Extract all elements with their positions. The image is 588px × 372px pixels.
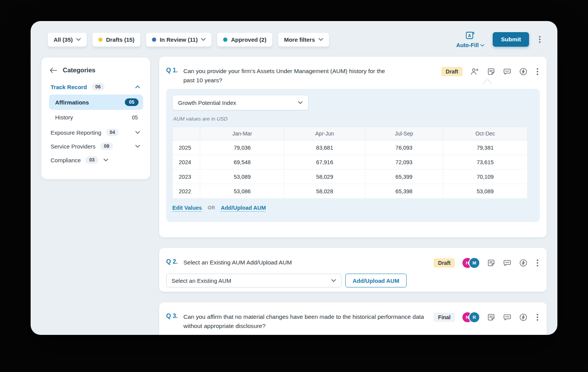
sidebar-item-history[interactable]: History 05 [49,110,143,125]
track-record-subitems: Affirmations 05 History 05 [49,95,143,125]
year-cell: 2023 [173,170,200,184]
chevron-down-icon [201,38,206,41]
back-arrow-icon[interactable] [50,68,57,73]
existing-aum-select[interactable]: Select an Existing AUM [166,274,341,287]
q2-avatars: H M [462,258,479,268]
note-icon[interactable] [487,313,495,321]
in-review-status-dot [152,38,156,42]
comment-icon[interactable] [503,67,511,76]
filter-drafts-label: Drafts (15) [106,36,134,43]
filter-in-review-button[interactable]: In Review (11) [146,33,212,47]
chevron-down-icon [135,145,140,148]
add-upload-aum-button[interactable]: Add/Upload AUM [345,274,407,287]
auto-fill-button[interactable]: A Auto-Fill [456,31,485,48]
history-label: History [55,114,73,121]
value-cell: 72,093 [365,155,443,170]
q3-kebab-menu[interactable] [535,312,540,322]
toolbar-kebab-menu[interactable] [537,34,542,44]
question-card-q3: Q 3. Can you affirm that no material cha… [159,302,547,335]
comment-icon[interactable] [503,313,511,321]
sidebar-item-compliance[interactable]: Compliance 03 [48,153,143,167]
q3-header: Q 3. Can you affirm that no material cha… [159,302,547,331]
value-cell: 69,548 [200,155,284,170]
value-cell: 83,681 [284,140,365,155]
value-cell: 58,029 [284,170,365,184]
sidebar-item-track-record[interactable]: Track Record 06 [48,80,143,94]
q2-kebab-menu[interactable] [535,258,540,268]
q2-actions: Draft H M [434,258,540,268]
note-icon[interactable] [487,259,495,267]
service-providers-label: Service Providers [51,143,96,150]
q2-controls: Select an Existing AUM Add/Upload AUM [159,268,547,287]
screenshot-stage: All (35) Drafts (15) In Review (11) [0,0,588,372]
table-row: 2022 53,086 58,028 65,398 53,089 [173,184,528,199]
sidebar-header: Categories [50,67,142,74]
aum-index-dropdown-value: Growth Potential Index [178,100,236,106]
comment-icon[interactable] [503,259,511,267]
more-filters-button[interactable]: More filters [278,33,329,47]
value-cell: 53,089 [443,184,527,199]
year-cell: 2024 [173,155,200,170]
value-cell: 65,398 [365,184,443,199]
chevron-down-icon [76,38,81,41]
q1-kebab-menu[interactable] [535,67,540,77]
lightning-icon[interactable] [519,313,528,321]
column-header: Jan-Mar [200,127,284,140]
more-filters-label: More filters [284,36,315,43]
aum-table: Jan-Mar Apr-Jun Jul-Sep Oct-Dec 2025 79,… [172,127,528,199]
table-row: 2024 69,548 67,916 72,093 73,615 [173,155,528,170]
q1-answer-panel: Growth Potential Index AUM values are in… [166,89,540,222]
approved-status-dot [223,38,227,42]
question-card-q2: Q 2. Select an Existing AUM Add/Upload A… [159,248,547,292]
auto-fill-icon: A [466,31,475,41]
tooltip-pointer [483,80,492,85]
chevron-down-icon [298,101,303,104]
question-card-q1: Q 1. Can you provide your firm's Assets … [159,57,547,237]
track-record-count-badge: 06 [91,83,105,91]
value-cell: 53,086 [200,184,284,199]
exposure-reporting-count-badge: 04 [106,129,119,136]
exposure-reporting-label: Exposure Reporting [51,129,101,136]
q3-question-text: Can you affirm that no material changes … [183,312,432,331]
value-cell: 70,109 [443,170,527,184]
add-upload-aum-link[interactable]: Add/Upload AUM [221,205,266,211]
q2-question-text: Select an Existing AUM Add/Upload AUM [183,258,292,267]
q2-header: Q 2. Select an Existing AUM Add/Upload A… [159,248,547,268]
year-cell: 2025 [173,140,200,155]
q3-status-badge: Final [434,313,455,322]
toolbar-right-group: A Auto-Fill Submit [456,31,542,48]
auto-fill-label: Auto-Fill [456,42,479,48]
aum-index-dropdown[interactable]: Growth Potential Index [172,95,309,110]
q3-avatars: N R [462,312,479,322]
q1-number: Q 1. [166,67,183,74]
note-icon[interactable] [487,67,495,76]
categories-sidebar: Categories Track Record 06 Affirmations … [41,57,150,179]
filter-all-button[interactable]: All (35) [47,33,87,47]
toolbar: All (35) Drafts (15) In Review (11) [47,31,542,48]
or-separator: OR [207,205,215,210]
existing-aum-select-value: Select an Existing AUM [172,277,231,284]
filter-bar: All (35) Drafts (15) In Review (11) [47,33,329,47]
edit-values-link[interactable]: Edit Values [172,205,202,211]
lightning-icon[interactable] [519,259,528,267]
filter-approved-button[interactable]: Approved (2) [217,33,273,47]
q3-number: Q 3. [166,312,183,320]
sidebar-item-service-providers[interactable]: Service Providers 08 [48,139,143,153]
filter-drafts-button[interactable]: Drafts (15) [92,33,140,47]
sidebar-item-affirmations[interactable]: Affirmations 05 [49,95,143,110]
lightning-icon[interactable] [519,67,528,76]
chevron-down-icon [318,38,323,41]
q2-status-badge: Draft [434,258,455,268]
aum-currency-note: AUM values are in USD [173,116,533,122]
submit-button[interactable]: Submit [493,32,529,47]
column-header: Jul-Sep [365,127,443,140]
q1-links-row: Edit Values OR Add/Upload AUM [172,205,534,211]
value-cell: 67,916 [284,155,365,170]
assign-user-icon[interactable] [470,67,479,76]
q1-question-text: Can you provide your firm's Assets Under… [183,67,388,85]
sidebar-item-exposure-reporting[interactable]: Exposure Reporting 04 [48,126,143,139]
avatar: R [469,312,479,322]
chevron-down-icon [135,131,140,134]
value-cell: 73,615 [443,155,527,170]
value-cell: 65,399 [365,170,443,184]
